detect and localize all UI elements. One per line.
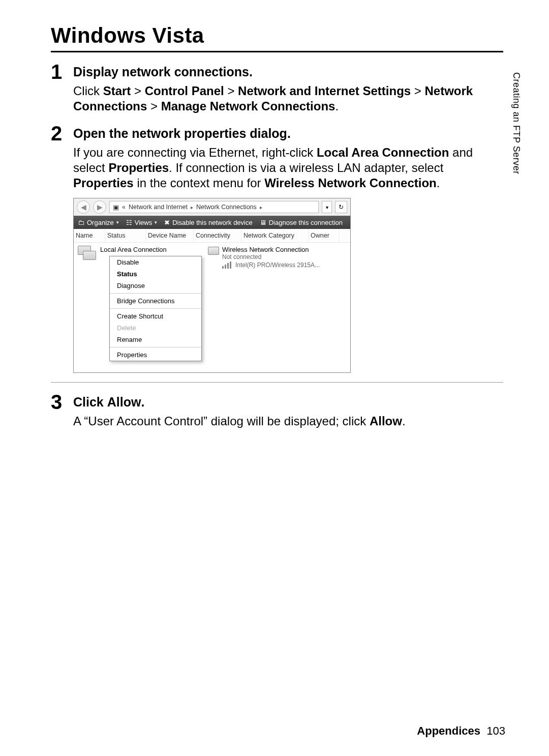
step-title: Open the network properties dialog. [73,126,503,141]
explorer-address-bar: ◀ ▶ ▣ « Network and Internet ▸ Network C… [74,198,350,216]
breadcrumb-item[interactable]: Network and Internet [129,203,188,211]
col-name[interactable]: Name [74,229,105,242]
col-device[interactable]: Device Name [146,229,194,242]
step-desc: Click Start > Control Panel > Network an… [73,83,503,114]
vista-screenshot: ◀ ▶ ▣ « Network and Internet ▸ Network C… [73,198,351,373]
col-status[interactable]: Status [105,229,146,242]
step-title: Display network connections. [73,65,503,79]
views-menu[interactable]: ☷Views▾ [126,219,157,226]
network-icon [208,247,219,255]
ctx-rename[interactable]: Rename [110,334,201,345]
step-number: 3 [51,392,73,429]
diagnose-button[interactable]: 🖥Diagnose this connection [260,219,343,226]
step-title: Click Allow. [73,395,503,410]
page-footer: Appendices 103 [417,724,505,738]
wireless-device: Intel(R) PRO/Wireless 2915A... [235,261,320,269]
step-number: 1 [51,62,73,114]
ctx-status[interactable]: Status [110,268,201,280]
folder-icon: ▣ [113,203,119,211]
ctx-disable[interactable]: Disable [110,256,201,268]
side-tab: Creating an FTP Server [511,72,522,175]
wireless-title: Wireless Network Connection [222,246,320,253]
ctx-diagnose[interactable]: Diagnose [110,280,201,292]
breadcrumb-sep: ▸ [260,205,262,210]
step-divider [51,382,503,383]
col-category[interactable]: Network Category [241,229,309,242]
signal-bars-icon [222,260,232,269]
col-owner[interactable]: Owner [309,229,339,242]
ctx-delete: Delete [110,322,201,334]
connection-label: Local Area Connection [100,246,167,253]
breadcrumb-chevron: « [122,203,126,211]
refresh-button[interactable]: ↻ [335,201,347,213]
step-1: 1 Display network connections. Click Sta… [51,62,503,114]
column-headers[interactable]: Name Status Device Name Connectivity Net… [74,229,350,243]
disable-device-button[interactable]: ✖Disable this network device [164,219,253,226]
step-2: 2 Open the network properties dialog. If… [51,123,503,373]
back-button[interactable]: ◀ [77,200,90,214]
forward-button[interactable]: ▶ [93,200,106,214]
wireless-status: Not connected [222,253,320,260]
context-menu: Disable Status Diagnose Bridge Connectio… [109,256,202,361]
footer-section: Appendices [417,724,480,737]
col-connectivity[interactable]: Connectivity [194,229,241,242]
explorer-toolbar: 🗀Organize▾ ☷Views▾ ✖Disable this network… [74,216,350,229]
addr-dropdown[interactable]: ▾ [322,201,332,213]
breadcrumb[interactable]: ▣ « Network and Internet ▸ Network Conne… [109,201,319,213]
step-3: 3 Click Allow. A “User Account Control” … [51,392,503,429]
step-number: 2 [51,123,73,373]
step-desc: If you are connecting via Ethernet, righ… [73,145,503,191]
wireless-connection[interactable]: Wireless Network Connection Not connecte… [208,246,347,269]
step-desc: A “User Account Control” dialog will be … [73,414,503,429]
section-heading: Windows Vista [51,23,503,52]
ctx-properties[interactable]: Properties [110,347,201,361]
breadcrumb-sep: ▸ [191,205,193,210]
ctx-shortcut[interactable]: Create Shortcut [110,308,201,322]
organize-menu[interactable]: 🗀Organize▾ [78,219,119,226]
ctx-bridge[interactable]: Bridge Connections [110,293,201,307]
network-icon [78,246,96,261]
page-number: 103 [486,724,505,737]
breadcrumb-item[interactable]: Network Connections [196,203,257,211]
